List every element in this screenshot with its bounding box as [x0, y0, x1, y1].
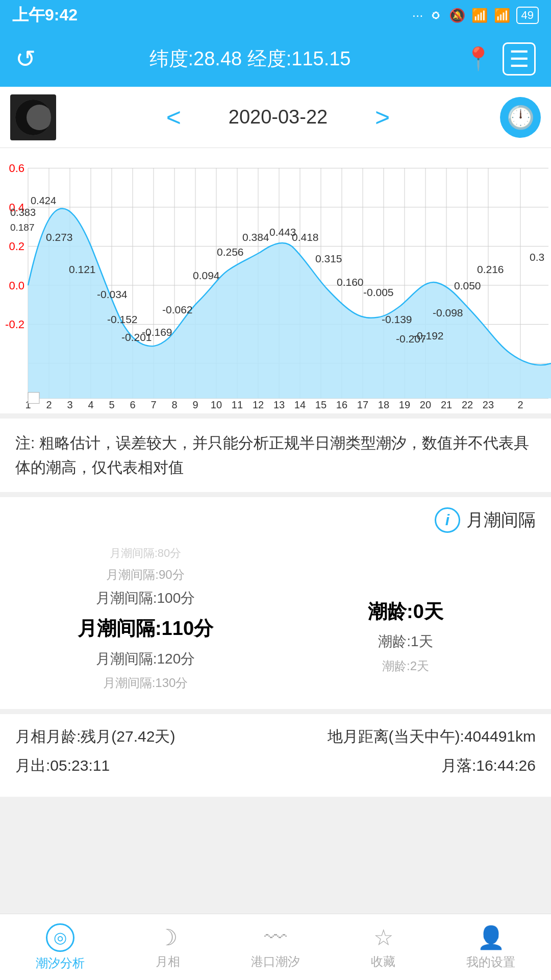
info-icon[interactable]: i — [435, 507, 460, 533]
status-bar: 上午9:42 ··· ⭘ 🔕 📶 📶 49 — [0, 0, 551, 31]
mute-icon: 🔕 — [449, 8, 465, 23]
bluetooth-icon: ⭘ — [430, 8, 443, 23]
svg-text:4: 4 — [88, 399, 93, 410]
svg-text:20: 20 — [420, 399, 431, 410]
clock-icon: 🕛 — [507, 104, 535, 131]
waves-nav-icon: 〰 — [264, 925, 287, 950]
moon-nav-icon: ☽ — [158, 924, 178, 950]
svg-text:12: 12 — [253, 399, 264, 410]
svg-text:10: 10 — [211, 399, 222, 410]
signal-icon: 📶 — [471, 8, 488, 23]
tidal-interval-80: 月潮间隔:80分 — [15, 543, 276, 564]
battery-indicator: 49 — [516, 7, 539, 24]
svg-text:6: 6 — [130, 399, 135, 410]
tidal-nav-label: 潮汐分析 — [36, 955, 85, 971]
settings-nav-label: 我的设置 — [466, 954, 515, 970]
svg-text:7: 7 — [151, 399, 156, 410]
favorites-nav-label: 收藏 — [371, 953, 395, 970]
svg-text:9: 9 — [192, 399, 198, 410]
lunar-info-section: 月相月龄:残月(27.42天) 地月距离(当天中午):404491km 月出:0… — [0, 714, 551, 797]
svg-text:17: 17 — [357, 399, 368, 410]
tidal-interval-col: 月潮间隔:80分 月潮间隔:90分 月潮间隔:100分 月潮间隔:110分 月潮… — [15, 543, 276, 694]
svg-text:0.050: 0.050 — [454, 280, 481, 291]
svg-text:2: 2 — [517, 399, 523, 410]
svg-text:5: 5 — [109, 399, 114, 410]
list-button[interactable]: ☰ — [503, 42, 536, 76]
svg-text:0.121: 0.121 — [69, 264, 96, 276]
tidal-nav-icon-circle: ◎ — [46, 923, 74, 952]
refresh-button[interactable]: ↺ — [15, 44, 36, 73]
tidal-age-1: 潮龄:1天 — [276, 629, 536, 654]
svg-text:0.273: 0.273 — [46, 231, 73, 243]
nav-item-port[interactable]: 〰 港口潮汐 — [251, 925, 300, 970]
svg-text:0.6: 0.6 — [9, 162, 24, 175]
svg-text:13: 13 — [273, 399, 285, 410]
nav-item-settings[interactable]: 👤 我的设置 — [466, 924, 515, 970]
current-date: 2020-03-22 — [196, 106, 360, 128]
nav-item-moon[interactable]: ☽ 月相 — [156, 924, 180, 970]
nav-item-tidal[interactable]: ◎ 潮汐分析 — [36, 923, 85, 971]
moonset-label: 月落:16:44:26 — [441, 755, 536, 776]
next-date-button[interactable]: > — [375, 103, 390, 132]
user-nav-icon: 👤 — [477, 924, 505, 951]
svg-text:-0.169: -0.169 — [142, 326, 172, 338]
svg-text:0.315: 0.315 — [315, 253, 342, 264]
status-time: 上午9:42 — [12, 4, 78, 27]
svg-text:16: 16 — [336, 399, 347, 410]
prev-date-button[interactable]: < — [166, 103, 181, 132]
svg-text:-0.2: -0.2 — [5, 318, 24, 331]
svg-text:-0.034: -0.034 — [97, 289, 128, 301]
port-nav-label: 港口潮汐 — [251, 953, 300, 970]
tidal-interval-110: 月潮间隔:110分 — [15, 611, 276, 646]
svg-text:19: 19 — [399, 399, 410, 410]
list-icon: ☰ — [509, 46, 529, 72]
tidal-interval-100: 月潮间隔:100分 — [15, 585, 276, 611]
star-nav-icon: ☆ — [373, 924, 393, 950]
tidal-interval-120: 月潮间隔:120分 — [15, 646, 276, 672]
svg-text:14: 14 — [294, 399, 306, 410]
svg-text:22: 22 — [462, 399, 473, 410]
svg-text:0.187: 0.187 — [10, 222, 35, 233]
moon-age-label: 月相月龄:残月(27.42天) — [15, 726, 175, 747]
svg-text:3: 3 — [67, 399, 72, 410]
chart-svg: 0.6 0.4 0.2 0.0 -0.2 1 2 3 4 5 6 7 8 9 1… — [0, 153, 551, 413]
svg-text:11: 11 — [232, 399, 243, 410]
header-actions: 📍 ☰ — [464, 42, 536, 76]
svg-text:0.160: 0.160 — [337, 276, 364, 288]
dots-icon: ··· — [412, 8, 423, 23]
svg-text:0.3: 0.3 — [530, 251, 544, 263]
tidal-interval-130: 月潮间隔:130分 — [15, 672, 276, 694]
wifi-icon: 📶 — [494, 8, 510, 23]
svg-rect-61 — [28, 393, 39, 404]
note-section: 注: 粗略估计，误差较大，并只能分析正规半日潮类型潮汐，数值并不代表具体的潮高，… — [0, 419, 551, 492]
svg-text:0.418: 0.418 — [292, 231, 319, 243]
svg-text:21: 21 — [441, 399, 452, 410]
svg-text:-0.005: -0.005 — [363, 286, 394, 298]
moon-thumbnail — [10, 94, 56, 140]
svg-text:15: 15 — [315, 399, 327, 410]
svg-text:0.094: 0.094 — [193, 270, 220, 281]
tidal-columns: 月潮间隔:80分 月潮间隔:90分 月潮间隔:100分 月潮间隔:110分 月潮… — [15, 543, 536, 694]
svg-text:-0.098: -0.098 — [433, 307, 463, 318]
tidal-chart: 0.6 0.4 0.2 0.0 -0.2 1 2 3 4 5 6 7 8 9 1… — [0, 148, 551, 413]
tidal-section-header: i 月潮间隔 — [15, 507, 536, 533]
date-nav-center: < 2020-03-22 > — [56, 103, 500, 132]
status-icons: ··· ⭘ 🔕 📶 📶 49 — [412, 7, 539, 24]
lunar-row-1: 月相月龄:残月(27.42天) 地月距离(当天中午):404491km — [15, 726, 536, 747]
lunar-row-2: 月出:05:23:11 月落:16:44:26 — [15, 755, 536, 776]
svg-text:0.0: 0.0 — [9, 279, 24, 292]
location-button[interactable]: 📍 — [464, 45, 492, 72]
tidal-nav-icon: ◎ — [54, 928, 67, 946]
svg-text:-0.192: -0.192 — [413, 330, 444, 341]
tidal-age-col: 潮龄:0天 潮龄:1天 潮龄:2天 — [276, 543, 536, 694]
nav-item-favorites[interactable]: ☆ 收藏 — [371, 924, 395, 970]
svg-text:-0.152: -0.152 — [107, 314, 138, 326]
coordinates-title: 纬度:28.48 经度:115.15 — [36, 46, 464, 72]
clock-button[interactable]: 🕛 — [500, 97, 541, 138]
moon-crescent-icon — [15, 100, 51, 135]
svg-text:0.216: 0.216 — [477, 264, 504, 276]
svg-text:-0.139: -0.139 — [382, 314, 412, 326]
svg-text:0.383: 0.383 — [10, 207, 36, 218]
tidal-age-2: 潮龄:2天 — [276, 655, 536, 677]
svg-text:0.424: 0.424 — [31, 195, 56, 206]
